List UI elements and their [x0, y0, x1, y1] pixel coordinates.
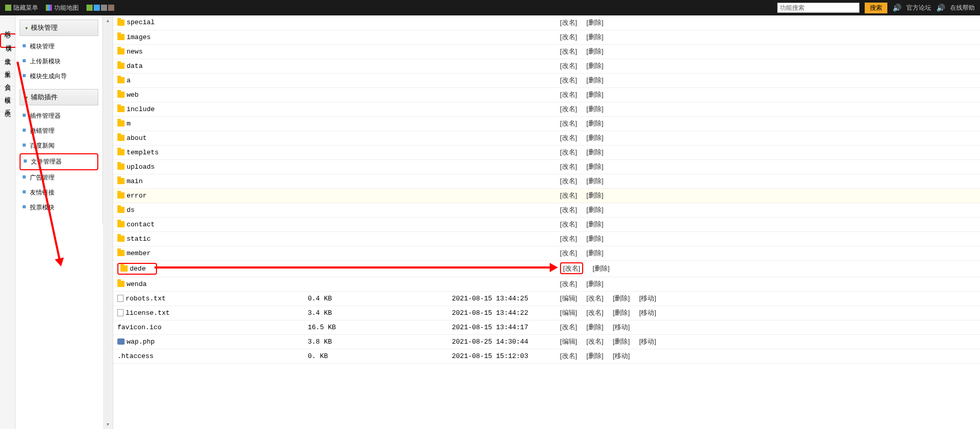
op-rename[interactable]: [改名]: [560, 33, 577, 41]
op-delete[interactable]: [删除]: [586, 280, 603, 288]
file-name[interactable]: templets: [117, 149, 159, 156]
file-name[interactable]: images: [117, 33, 151, 41]
op-rename[interactable]: [改名]: [560, 47, 577, 55]
op-move[interactable]: [移动]: [612, 323, 629, 331]
feature-map-button[interactable]: 功能地图: [46, 4, 79, 12]
file-name[interactable]: about: [117, 134, 147, 142]
op-rename[interactable]: [改名]: [560, 134, 577, 141]
op-rename[interactable]: [改名]: [560, 191, 577, 199]
file-name[interactable]: license.txt: [117, 309, 170, 317]
color-green[interactable]: [86, 5, 93, 11]
op-delete[interactable]: [删除]: [586, 352, 603, 360]
file-name[interactable]: .htaccess: [117, 352, 153, 360]
op-rename[interactable]: [改名]: [560, 76, 577, 84]
sidebar-item[interactable]: 百度新闻: [20, 138, 98, 153]
op-rename[interactable]: [改名]: [560, 163, 577, 170]
search-button[interactable]: 搜索: [865, 3, 887, 13]
op-rename[interactable]: [改名]: [586, 337, 603, 345]
op-delete[interactable]: [删除]: [586, 235, 603, 242]
sidebar-item[interactable]: 友情链接: [20, 185, 98, 200]
op-rename[interactable]: [改名]: [586, 294, 603, 302]
left-tab-4[interactable]: 会员: [0, 74, 15, 86]
scroll-down-icon[interactable]: ▾: [107, 421, 109, 427]
op-rename[interactable]: [改名]: [560, 206, 577, 213]
op-move[interactable]: [移动]: [639, 337, 656, 345]
sidebar-item[interactable]: 投票模块: [20, 200, 98, 215]
file-name[interactable]: main: [117, 177, 143, 185]
file-name[interactable]: ds: [117, 206, 135, 214]
op-edit[interactable]: [编辑]: [560, 294, 577, 302]
op-delete[interactable]: [删除]: [612, 337, 629, 345]
op-delete[interactable]: [删除]: [586, 323, 603, 331]
op-move[interactable]: [移动]: [612, 352, 629, 360]
op-rename[interactable]: [改名]: [560, 249, 577, 257]
file-name[interactable]: include: [117, 105, 155, 113]
op-rename[interactable]: [改名]: [560, 235, 577, 242]
op-rename[interactable]: [改名]: [560, 323, 577, 331]
sidebar-item[interactable]: 插件管理器: [20, 109, 98, 123]
op-edit[interactable]: [编辑]: [560, 337, 577, 345]
color-grey[interactable]: [101, 5, 107, 11]
op-rename[interactable]: [改名]: [560, 220, 577, 228]
sidebar-item[interactable]: 广告管理: [20, 170, 98, 185]
file-name[interactable]: news: [117, 48, 143, 56]
file-name[interactable]: uploads: [117, 163, 155, 171]
file-name[interactable]: wenda: [117, 280, 147, 288]
file-name[interactable]: a: [117, 77, 131, 84]
op-rename[interactable]: [改名]: [560, 119, 577, 127]
file-name[interactable]: data: [117, 62, 143, 70]
op-delete[interactable]: [删除]: [586, 249, 603, 257]
op-delete[interactable]: [删除]: [586, 33, 603, 41]
file-name-dede[interactable]: dede: [117, 263, 157, 275]
sidebar-group-modules[interactable]: ▾ 模块管理: [20, 20, 98, 36]
op-delete[interactable]: [删除]: [586, 134, 603, 141]
file-name[interactable]: contact: [117, 221, 155, 228]
file-name[interactable]: wap.php: [117, 338, 155, 346]
op-delete[interactable]: [删除]: [586, 76, 603, 84]
op-rename[interactable]: [改名]: [560, 352, 577, 360]
online-help-link[interactable]: 在线帮助: [950, 4, 975, 12]
left-tab-3[interactable]: 采集: [0, 61, 15, 74]
op-delete[interactable]: [删除]: [586, 119, 603, 127]
op-delete[interactable]: [删除]: [612, 309, 629, 316]
file-name[interactable]: special: [117, 19, 155, 26]
op-rename[interactable]: [改名]: [560, 19, 577, 26]
op-edit[interactable]: [编辑]: [560, 309, 577, 316]
op-rename[interactable]: [改名]: [560, 62, 577, 69]
file-name[interactable]: static: [117, 235, 151, 243]
op-rename[interactable]: [改名]: [560, 105, 577, 113]
sidebar-item[interactable]: 上传新模块: [20, 54, 98, 69]
op-rename[interactable]: [改名]: [560, 177, 577, 185]
op-rename[interactable]: [改名]: [586, 309, 603, 316]
sidebar-item[interactable]: 模块生成向导: [20, 69, 98, 84]
file-name[interactable]: robots.txt: [117, 295, 166, 302]
op-delete[interactable]: [删除]: [586, 177, 603, 185]
op-delete[interactable]: [删除]: [586, 220, 603, 228]
op-delete[interactable]: [删除]: [586, 163, 603, 170]
scroll-up-icon[interactable]: ▴: [107, 17, 109, 23]
op-move[interactable]: [移动]: [639, 309, 656, 316]
file-name[interactable]: m: [117, 120, 131, 128]
op-delete[interactable]: [删除]: [586, 105, 603, 113]
sidebar-item-file-manager[interactable]: 文件管理器: [20, 153, 98, 170]
sidebar-group-plugins[interactable]: ▾ 辅助插件: [20, 89, 98, 105]
op-delete[interactable]: [删除]: [586, 191, 603, 199]
hide-menu-button[interactable]: 隐藏菜单: [5, 4, 38, 12]
file-name[interactable]: web: [117, 91, 138, 99]
left-tab-6[interactable]: 系统: [0, 99, 15, 112]
search-input[interactable]: [777, 3, 860, 13]
color-blue[interactable]: [94, 5, 100, 11]
op-rename[interactable]: [改名]: [560, 148, 577, 156]
op-delete[interactable]: [删除]: [592, 264, 609, 272]
op-rename[interactable]: [改名]: [560, 91, 577, 98]
op-move[interactable]: [移动]: [639, 294, 656, 302]
op-delete[interactable]: [删除]: [586, 19, 603, 26]
file-name[interactable]: error: [117, 192, 147, 200]
left-tab-5[interactable]: 模板: [0, 86, 15, 99]
op-delete[interactable]: [删除]: [586, 62, 603, 69]
op-delete[interactable]: [删除]: [586, 47, 603, 55]
file-name[interactable]: member: [117, 249, 151, 257]
left-tab-2[interactable]: 生成: [0, 48, 15, 61]
op-delete[interactable]: [删除]: [586, 91, 603, 98]
color-brown[interactable]: [108, 5, 114, 11]
